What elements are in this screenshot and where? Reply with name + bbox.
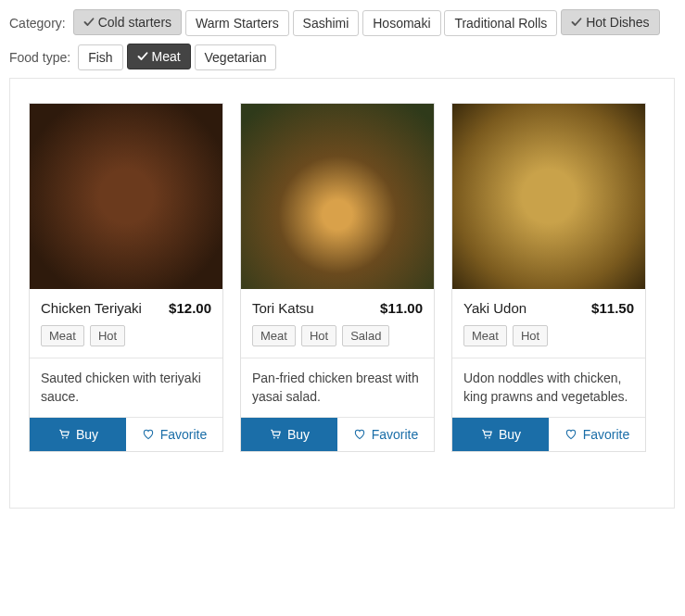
product-image bbox=[241, 104, 434, 289]
product-tag: Hot bbox=[301, 325, 336, 346]
check-icon bbox=[571, 17, 582, 28]
product-tags: MeatHot bbox=[463, 325, 634, 346]
foodtype-chip[interactable]: Meat bbox=[127, 44, 191, 69]
category-chip[interactable]: Warm Starters bbox=[185, 10, 289, 36]
buy-button[interactable]: Buy bbox=[241, 418, 337, 451]
category-label: Category: bbox=[9, 16, 66, 31]
product-card: Yaki Udon$11.50MeatHotUdon noddles with … bbox=[451, 103, 646, 452]
svg-point-2 bbox=[273, 437, 275, 439]
chip-label: Meat bbox=[152, 49, 181, 64]
cart-icon bbox=[269, 428, 282, 441]
svg-point-0 bbox=[62, 437, 64, 439]
product-actions: BuyFavorite bbox=[452, 417, 645, 451]
chip-label: Hosomaki bbox=[373, 16, 430, 31]
cards-row: Chicken Teriyaki$12.00MeatHotSauted chic… bbox=[29, 103, 655, 452]
category-chip[interactable]: Hot Dishes bbox=[561, 9, 659, 35]
product-tag: Hot bbox=[90, 325, 125, 346]
chip-label: Hot Dishes bbox=[586, 15, 649, 30]
foodtype-chip[interactable]: Fish bbox=[78, 44, 122, 70]
svg-point-1 bbox=[66, 437, 68, 439]
product-image bbox=[452, 104, 645, 289]
svg-point-3 bbox=[277, 437, 279, 439]
foodtype-filter-row: Food type: Fish Meat Vegetarian bbox=[9, 44, 675, 70]
favorite-button[interactable]: Favorite bbox=[549, 418, 645, 451]
chip-label: Sashimi bbox=[303, 16, 349, 31]
product-tags: MeatHot bbox=[41, 325, 211, 346]
buy-label: Buy bbox=[76, 427, 98, 442]
buy-button[interactable]: Buy bbox=[30, 418, 126, 451]
product-tag: Hot bbox=[513, 325, 548, 346]
product-title: Yaki Udon bbox=[463, 300, 526, 316]
category-filter-row: Category: Cold starters Warm Starters Sa… bbox=[9, 9, 675, 36]
foodtype-label: Food type: bbox=[9, 50, 70, 65]
favorite-button[interactable]: Favorite bbox=[337, 418, 434, 451]
heart-icon bbox=[142, 428, 155, 441]
favorite-label: Favorite bbox=[160, 427, 208, 442]
buy-label: Buy bbox=[287, 427, 310, 442]
chip-label: Vegetarian bbox=[205, 50, 267, 65]
product-title: Tori Katsu bbox=[252, 300, 314, 316]
cart-icon bbox=[480, 428, 493, 441]
product-actions: BuyFavorite bbox=[241, 417, 434, 451]
foodtype-chip[interactable]: Vegetarian bbox=[195, 44, 277, 70]
product-description: Sauted chicken with teriyaki sauce. bbox=[30, 358, 222, 417]
buy-label: Buy bbox=[499, 427, 521, 442]
product-tag: Meat bbox=[252, 325, 296, 346]
product-price: $11.50 bbox=[591, 300, 634, 316]
product-image bbox=[30, 104, 222, 289]
category-chip[interactable]: Hosomaki bbox=[362, 10, 440, 36]
product-body: Chicken Teriyaki$12.00MeatHot bbox=[30, 289, 222, 358]
favorite-label: Favorite bbox=[372, 427, 419, 442]
favorite-button[interactable]: Favorite bbox=[126, 418, 222, 451]
product-price: $12.00 bbox=[169, 300, 211, 316]
chip-label: Cold starters bbox=[98, 15, 171, 30]
product-price: $11.00 bbox=[380, 300, 423, 316]
product-tag: Meat bbox=[463, 325, 507, 346]
svg-point-5 bbox=[488, 437, 490, 439]
product-tag: Salad bbox=[342, 325, 389, 346]
chip-label: Traditional Rolls bbox=[454, 16, 547, 31]
category-chip[interactable]: Traditional Rolls bbox=[444, 10, 557, 36]
page-container: Category: Cold starters Warm Starters Sa… bbox=[9, 9, 675, 509]
chip-label: Warm Starters bbox=[196, 16, 279, 31]
chip-label: Fish bbox=[88, 50, 112, 65]
svg-point-4 bbox=[485, 437, 487, 439]
product-actions: BuyFavorite bbox=[30, 417, 222, 451]
heart-icon bbox=[353, 428, 366, 441]
product-card: Tori Katsu$11.00MeatHotSaladPan-fried ch… bbox=[240, 103, 435, 452]
product-description: Pan-fried chicken breast with yasai sala… bbox=[241, 358, 434, 417]
heart-icon bbox=[564, 428, 577, 441]
product-body: Yaki Udon$11.50MeatHot bbox=[452, 289, 645, 358]
results-panel: Chicken Teriyaki$12.00MeatHotSauted chic… bbox=[9, 78, 675, 509]
cart-icon bbox=[57, 428, 70, 441]
product-body: Tori Katsu$11.00MeatHotSalad bbox=[241, 289, 434, 358]
product-tag: Meat bbox=[41, 325, 84, 346]
check-icon bbox=[83, 17, 95, 28]
favorite-label: Favorite bbox=[583, 427, 630, 442]
check-icon bbox=[137, 51, 148, 62]
buy-button[interactable]: Buy bbox=[452, 418, 549, 451]
category-chip[interactable]: Cold starters bbox=[73, 9, 182, 35]
product-description: Udon noddles with chicken, king prawns a… bbox=[452, 358, 645, 417]
category-chip[interactable]: Sashimi bbox=[293, 10, 360, 36]
product-tags: MeatHotSalad bbox=[252, 325, 423, 346]
product-title: Chicken Teriyaki bbox=[41, 300, 142, 316]
product-card: Chicken Teriyaki$12.00MeatHotSauted chic… bbox=[29, 103, 223, 452]
